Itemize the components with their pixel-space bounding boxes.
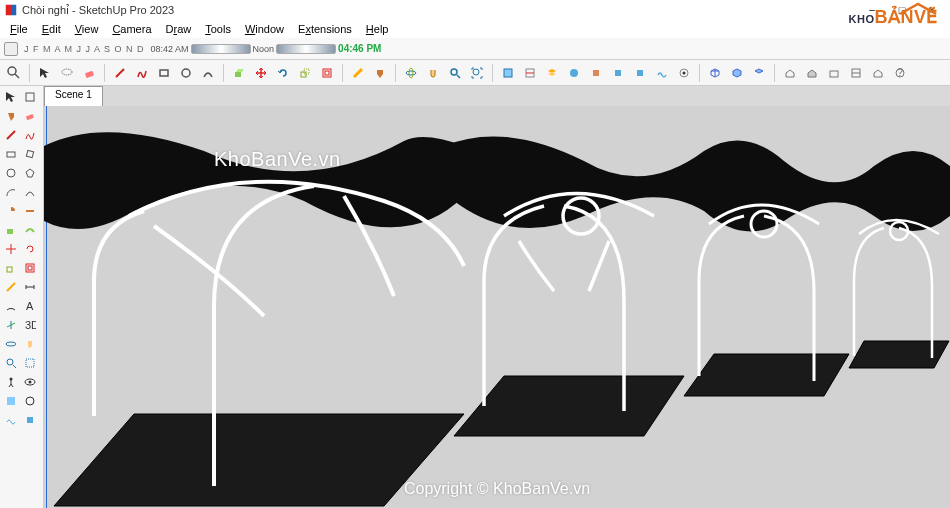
paint-icon[interactable] — [370, 63, 390, 83]
scale2-icon[interactable] — [2, 259, 20, 277]
menu-draw[interactable]: Draw — [160, 22, 198, 36]
dim-icon[interactable] — [21, 278, 39, 296]
svg-rect-24 — [593, 70, 599, 76]
push2-icon[interactable] — [2, 221, 20, 239]
walk-icon[interactable] — [2, 373, 20, 391]
tape-icon[interactable] — [348, 63, 368, 83]
protractor-icon[interactable] — [2, 297, 20, 315]
section-icon[interactable] — [498, 63, 518, 83]
select2-icon[interactable] — [2, 88, 20, 106]
lasso-icon[interactable] — [57, 63, 77, 83]
svg-rect-7 — [160, 70, 168, 76]
top-icon[interactable] — [749, 63, 769, 83]
menu-view[interactable]: View — [69, 22, 105, 36]
extension3-icon[interactable] — [608, 63, 628, 83]
svg-line-18 — [457, 75, 460, 78]
move2-icon[interactable] — [2, 240, 20, 258]
iso-icon[interactable] — [705, 63, 725, 83]
section-display-icon[interactable] — [520, 63, 540, 83]
pan-icon[interactable] — [423, 63, 443, 83]
front-icon[interactable] — [727, 63, 747, 83]
rect-icon[interactable] — [154, 63, 174, 83]
eraser2-icon[interactable] — [21, 107, 39, 125]
maximize-button[interactable]: □ — [888, 1, 916, 19]
offset2-icon[interactable] — [21, 259, 39, 277]
tape2-icon[interactable] — [2, 278, 20, 296]
warehouse-icon[interactable] — [780, 63, 800, 83]
zoom-extents-icon[interactable] — [467, 63, 487, 83]
poly-icon[interactable] — [21, 164, 39, 182]
extension5-icon[interactable] — [674, 63, 694, 83]
components-icon[interactable] — [824, 63, 844, 83]
menu-file[interactable]: FFileile — [4, 22, 34, 36]
minimize-button[interactable]: − — [858, 1, 886, 19]
svg-line-14 — [354, 69, 362, 77]
app-icon — [4, 3, 18, 17]
paint2-icon[interactable] — [2, 107, 20, 125]
circle2-icon[interactable] — [2, 164, 20, 182]
follow-icon[interactable] — [21, 221, 39, 239]
text2-icon[interactable]: A — [21, 297, 39, 315]
3darc-icon[interactable] — [21, 202, 39, 220]
freehand-icon[interactable] — [132, 63, 152, 83]
viewport-canvas[interactable]: KhoBanVe.vn Copyright © KhoBanVe.vn — [44, 106, 950, 508]
solid-icon[interactable] — [21, 411, 39, 429]
3dtext-icon[interactable]: 3D — [21, 316, 39, 334]
free2-icon[interactable] — [21, 126, 39, 144]
arc3-icon[interactable] — [21, 183, 39, 201]
position-icon[interactable] — [21, 392, 39, 410]
outliner-icon[interactable] — [868, 63, 888, 83]
rotrect-icon[interactable] — [21, 145, 39, 163]
zoom2-icon[interactable] — [2, 354, 20, 372]
extension4-icon[interactable] — [630, 63, 650, 83]
svg-rect-34 — [26, 93, 34, 101]
menu-help[interactable]: Help — [360, 22, 395, 36]
close-button[interactable]: × — [918, 1, 946, 19]
zoom-tool-icon[interactable] — [445, 63, 465, 83]
time-slider[interactable] — [191, 44, 251, 54]
move-icon[interactable] — [251, 63, 271, 83]
warehouse2-icon[interactable] — [802, 63, 822, 83]
viewport[interactable]: Scene 1 — [44, 86, 950, 508]
sandbox2-icon[interactable] — [2, 411, 20, 429]
line2-icon[interactable] — [2, 126, 20, 144]
scale-icon[interactable] — [295, 63, 315, 83]
sandbox-icon[interactable] — [652, 63, 672, 83]
make-comp-icon[interactable] — [21, 88, 39, 106]
extension1-icon[interactable] — [564, 63, 584, 83]
look-icon[interactable] — [21, 373, 39, 391]
section2-icon[interactable] — [2, 392, 20, 410]
scene-tab-1[interactable]: Scene 1 — [44, 86, 103, 106]
menu-window[interactable]: Window — [239, 22, 290, 36]
pushpull-icon[interactable] — [229, 63, 249, 83]
select-icon[interactable] — [35, 63, 55, 83]
entity-icon[interactable]: ? — [890, 63, 910, 83]
menu-edit[interactable]: Edit — [36, 22, 67, 36]
zwin-icon[interactable] — [21, 354, 39, 372]
month-strip[interactable]: J F M A M J J A S O N D — [24, 44, 145, 54]
zoom-icon[interactable] — [4, 63, 24, 83]
arc-icon[interactable] — [198, 63, 218, 83]
axes-icon[interactable] — [2, 316, 20, 334]
line-icon[interactable] — [110, 63, 130, 83]
menu-tools[interactable]: Tools — [199, 22, 237, 36]
rotate-icon[interactable] — [273, 63, 293, 83]
circle-icon[interactable] — [176, 63, 196, 83]
arc2-icon[interactable] — [2, 183, 20, 201]
menu-camera[interactable]: Camera — [106, 22, 157, 36]
orbit2-icon[interactable] — [2, 335, 20, 353]
shadow-toggle[interactable] — [4, 42, 18, 56]
eraser-icon[interactable] — [79, 63, 99, 83]
styles-icon[interactable] — [846, 63, 866, 83]
time-slider-2[interactable] — [276, 44, 336, 54]
orbit-icon[interactable] — [401, 63, 421, 83]
svg-marker-66 — [54, 414, 464, 506]
rotate2-icon[interactable] — [21, 240, 39, 258]
menu-extensions[interactable]: Extensions — [292, 22, 358, 36]
offset-icon[interactable] — [317, 63, 337, 83]
pan2-icon[interactable] — [21, 335, 39, 353]
extension2-icon[interactable] — [586, 63, 606, 83]
layers-icon[interactable] — [542, 63, 562, 83]
pie-icon[interactable] — [2, 202, 20, 220]
rect2-icon[interactable] — [2, 145, 20, 163]
